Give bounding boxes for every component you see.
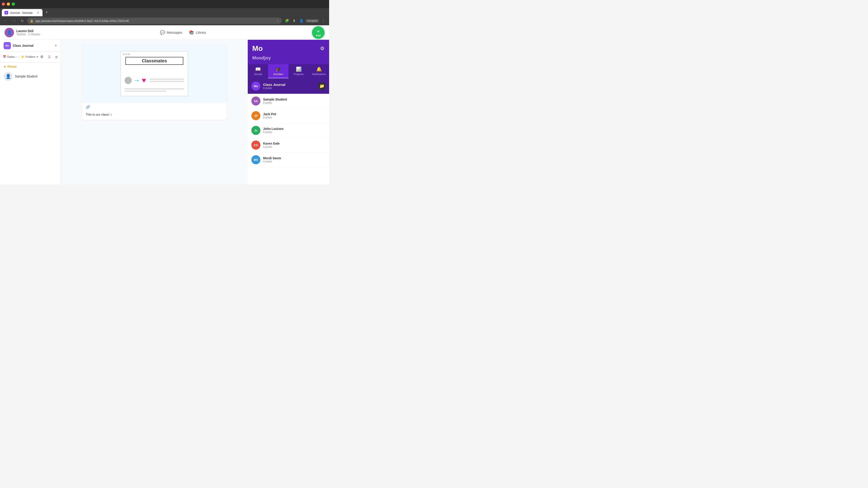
dates-filter[interactable]: 📅 Dates › bbox=[3, 55, 17, 59]
add-label: Add bbox=[316, 34, 320, 37]
student-info: Karen Dale 4 posts bbox=[263, 142, 326, 149]
maximize-window-button[interactable]: + bbox=[12, 2, 15, 6]
class-journal-badge: Mo bbox=[251, 82, 260, 91]
window-controls: ✕ − + bbox=[2, 2, 15, 6]
dates-label: Dates bbox=[7, 55, 15, 59]
notifications-tab-icon: 🔔 bbox=[316, 66, 322, 72]
dot3 bbox=[128, 53, 130, 55]
expand-caption-button[interactable]: ∨ bbox=[110, 113, 112, 116]
student-posts-kd: 4 posts bbox=[263, 145, 326, 149]
pinned-section: ★ Pinned 👤 Sample Student bbox=[0, 62, 61, 84]
class-full-name: Moodjoy bbox=[248, 55, 329, 64]
student-name-jp: Jack Pot bbox=[263, 112, 326, 116]
right-content: Mo Class Journal 8 posts 📁 SS Sample Stu… bbox=[248, 78, 329, 184]
student-info: Mordi Seem 4 posts bbox=[263, 156, 326, 163]
class-selector[interactable]: Mo Class Journal ▼ bbox=[0, 40, 61, 52]
post-card: Classmates → ♥ bbox=[82, 44, 227, 120]
grid-view-button[interactable]: ⊞ bbox=[53, 54, 60, 60]
journal-tab-icon: 📖 bbox=[255, 66, 261, 72]
folders-filter[interactable]: 📁 Folders ▼ bbox=[21, 55, 38, 59]
active-tab[interactable]: S Journal - Seesaw ✕ bbox=[2, 9, 42, 16]
activities-tab-label: Activities bbox=[273, 73, 283, 75]
tab-progress[interactable]: 📊 Progress bbox=[288, 64, 309, 78]
library-label: Library bbox=[196, 31, 206, 34]
minimize-window-button[interactable]: − bbox=[7, 2, 10, 6]
add-button[interactable]: + Add bbox=[312, 26, 324, 39]
browser-titlebar: ✕ − + bbox=[0, 0, 329, 8]
heart-icon: ♥ bbox=[142, 76, 146, 85]
app-container: 👤 Lauren Deli Teacher · 2 Classes 💬 Mess… bbox=[0, 25, 329, 184]
student-name-ms: Mordi Seem bbox=[263, 156, 326, 160]
back-button[interactable]: ← bbox=[3, 18, 9, 24]
tab-activities[interactable]: 🎓 Activities bbox=[268, 64, 288, 78]
progress-tab-label: Progress bbox=[293, 73, 304, 75]
filter-bar: 📅 Dates › | 📁 Folders ▼ ⚙ ☰ ⊞ bbox=[0, 52, 61, 62]
url-text: app.seesaw.me/#/class/class.e01bf4c2-9a2… bbox=[35, 19, 275, 23]
list-item[interactable]: SS Sample Student 8 posts bbox=[248, 94, 329, 108]
menu-button[interactable]: ⋮ bbox=[320, 18, 327, 24]
tab-close-button[interactable]: ✕ bbox=[36, 11, 40, 14]
class-initial: Mo bbox=[252, 44, 263, 53]
bookmark-icon[interactable]: ☆ bbox=[276, 19, 279, 23]
right-panel-header: Mo ⚙ bbox=[248, 40, 329, 55]
messages-label: Messages bbox=[167, 31, 182, 34]
list-item[interactable]: 👤 Sample Student bbox=[4, 70, 57, 82]
tab-notifications[interactable]: 🔔 Notifications bbox=[309, 64, 329, 78]
arrow-right-icon: → bbox=[133, 77, 140, 84]
pinned-label: ★ Pinned bbox=[4, 65, 57, 68]
lock-icon: 🔒 bbox=[30, 19, 33, 23]
library-icon: 📚 bbox=[189, 30, 194, 35]
student-avatar-ss: SS bbox=[251, 96, 260, 105]
line4 bbox=[125, 91, 166, 92]
post-caption: This is our class! ∨ bbox=[82, 111, 227, 120]
right-panel: Mo ⚙ Moodjoy 📖 Journal 🎓 Activities 📊 Pr… bbox=[248, 40, 329, 184]
journal-tab-label: Journal bbox=[254, 73, 262, 75]
class-journal-item[interactable]: Mo Class Journal 8 posts 📁 bbox=[248, 78, 329, 94]
settings-icon[interactable]: ⚙ bbox=[320, 46, 324, 52]
close-window-button[interactable]: ✕ bbox=[2, 2, 5, 6]
folder-icon: 📁 bbox=[21, 55, 25, 59]
download-button[interactable]: ⬇ bbox=[291, 18, 297, 24]
add-plus-icon: + bbox=[317, 28, 320, 35]
user-text: Lauren Deli Teacher · 2 Classes bbox=[16, 29, 40, 36]
list-view-button[interactable]: ☰ bbox=[46, 54, 53, 60]
tab-title: Journal - Seesaw bbox=[10, 11, 34, 14]
extensions-button[interactable]: 🧩 bbox=[284, 18, 290, 24]
folder-icon-button[interactable]: 📁 bbox=[318, 83, 326, 90]
library-nav-link[interactable]: 📚 Library bbox=[189, 30, 206, 35]
pinned-text: Pinned bbox=[7, 65, 17, 68]
refresh-button[interactable]: ↻ bbox=[19, 18, 25, 24]
profile-button[interactable]: 👤 bbox=[298, 18, 305, 24]
canvas-dots bbox=[123, 53, 130, 55]
dot1 bbox=[123, 53, 125, 55]
tab-journal[interactable]: 📖 Journal bbox=[248, 64, 268, 78]
left-sidebar: Mo Class Journal ▼ 📅 Dates › | 📁 Folders… bbox=[0, 40, 61, 184]
link-icon-area[interactable]: 🔗 bbox=[82, 103, 227, 111]
address-bar-row: ← → ↻ 🔒 app.seesaw.me/#/class/class.e01b… bbox=[0, 16, 329, 25]
line1 bbox=[150, 78, 184, 80]
dot2 bbox=[125, 53, 127, 55]
student-posts-ss: 8 posts bbox=[263, 101, 326, 104]
content-area: Classmates → ♥ bbox=[61, 40, 248, 184]
list-item[interactable]: JP Jack Pot 6 posts bbox=[248, 108, 329, 123]
chevron-down-icon: ▼ bbox=[55, 44, 57, 47]
student-name-jl: John Louises bbox=[263, 127, 326, 131]
activities-tab-icon: 🎓 bbox=[276, 66, 281, 72]
forward-button[interactable]: → bbox=[11, 18, 17, 24]
class-name: Class Journal bbox=[13, 44, 53, 47]
avatar: 👤 bbox=[4, 28, 14, 37]
filter-settings-icon[interactable]: ⚙ bbox=[40, 55, 43, 59]
classmates-image: Classmates → ♥ bbox=[82, 44, 227, 103]
student-name-kd: Karen Dale bbox=[263, 142, 326, 145]
address-bar[interactable]: 🔒 app.seesaw.me/#/class/class.e01bf4c2-9… bbox=[27, 18, 282, 24]
browser-actions: 🧩 ⬇ 👤 Incognito ⋮ bbox=[284, 18, 327, 24]
new-tab-button[interactable]: + bbox=[43, 9, 50, 15]
student-posts-ms: 4 posts bbox=[263, 160, 326, 163]
list-item[interactable]: KD Karen Dale 4 posts bbox=[248, 138, 329, 153]
list-item[interactable]: JL John Louises 5 posts bbox=[248, 123, 329, 138]
canvas-title: Classmates bbox=[125, 57, 183, 65]
list-item[interactable]: MS Mordi Seem 4 posts bbox=[248, 153, 329, 167]
incognito-badge: Incognito bbox=[305, 19, 319, 23]
messages-nav-link[interactable]: 💬 Messages bbox=[160, 30, 182, 35]
nav-links: 💬 Messages 📚 Library bbox=[59, 30, 307, 35]
